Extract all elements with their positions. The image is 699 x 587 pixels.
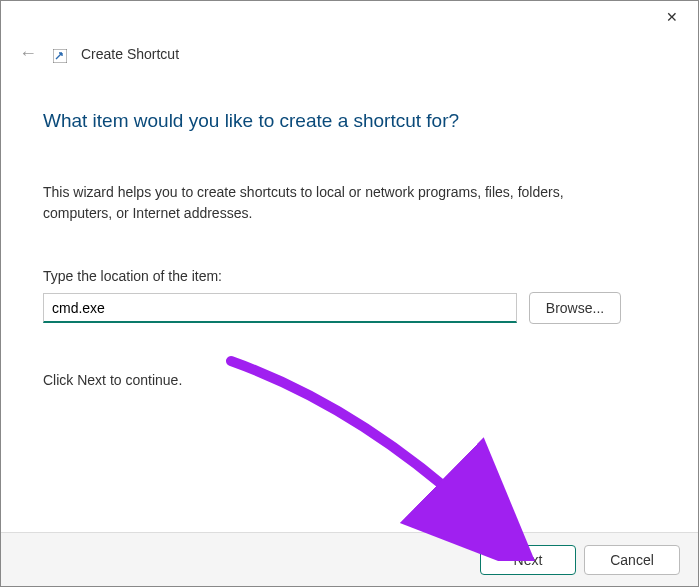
- wizard-content: What item would you like to create a sho…: [1, 70, 698, 408]
- location-label: Type the location of the item:: [43, 268, 656, 284]
- browse-button[interactable]: Browse...: [529, 292, 621, 324]
- location-input[interactable]: [43, 293, 517, 323]
- wizard-description: This wizard helps you to create shortcut…: [43, 182, 623, 224]
- location-row: Browse...: [43, 292, 656, 324]
- titlebar: ✕: [1, 1, 698, 33]
- back-button[interactable]: ←: [19, 43, 39, 64]
- wizard-title: Create Shortcut: [81, 46, 179, 62]
- wizard-footer: Next Cancel: [1, 532, 698, 586]
- shortcut-icon: [53, 49, 67, 63]
- next-button[interactable]: Next: [480, 545, 576, 575]
- page-heading: What item would you like to create a sho…: [43, 110, 656, 132]
- close-button[interactable]: ✕: [654, 3, 690, 31]
- cancel-button[interactable]: Cancel: [584, 545, 680, 575]
- back-arrow-icon: ←: [19, 43, 37, 63]
- wizard-header: ← Create Shortcut: [1, 33, 698, 70]
- svg-rect-0: [53, 49, 67, 63]
- close-icon: ✕: [666, 9, 678, 25]
- continue-hint: Click Next to continue.: [43, 372, 656, 388]
